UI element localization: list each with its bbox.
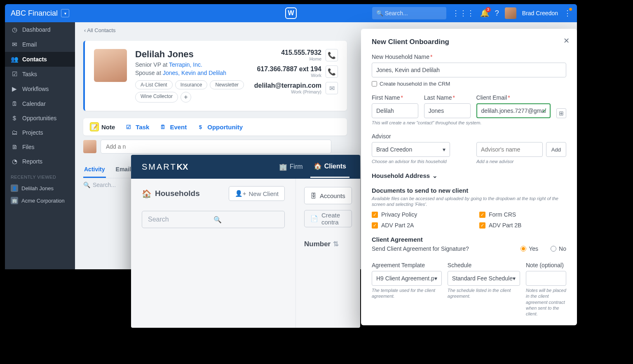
doc-form-crs[interactable]: ✓Form CRS (479, 211, 566, 218)
email-input[interactable] (476, 103, 551, 118)
company-link[interactable]: Terrapin, Inc. (169, 61, 202, 68)
speedometer-icon: ◷ (11, 26, 18, 33)
number-column[interactable]: Number⇅ (304, 240, 352, 248)
company-dropdown[interactable]: ▾ (61, 9, 69, 17)
contact-hint: This will create a new "contact" through… (372, 120, 566, 126)
help-icon[interactable]: ? (495, 9, 499, 18)
tag[interactable]: Insurance (175, 80, 208, 89)
note-input[interactable] (526, 271, 566, 286)
home-icon: 🏠 (142, 189, 152, 198)
kx-nav-clients[interactable]: 🏠Clients (310, 156, 349, 178)
household-search[interactable]: Search🔍 (142, 211, 285, 228)
contact-avatar (94, 49, 127, 82)
first-name-input[interactable] (372, 103, 418, 118)
sidebar-item-email[interactable]: ✉Email (5, 37, 75, 52)
sidebar-label: Dashboard (22, 26, 51, 33)
add-advisor-button[interactable]: Add (546, 142, 566, 157)
home-icon: 🏠 (314, 162, 322, 170)
email-button[interactable]: ✉ (326, 82, 338, 94)
sidebar-item-workflows[interactable]: ▶Workflows (5, 82, 75, 96)
action-task[interactable]: ☑Task (124, 122, 149, 131)
schedule-label: Schedule (448, 262, 520, 268)
apps-icon[interactable]: ⋮⋮⋮ (452, 9, 474, 18)
accounts-dropdown[interactable]: 🗄Accounts (304, 187, 352, 204)
pie-icon: ◔ (11, 158, 18, 165)
briefcase-icon: 🗂 (11, 129, 18, 136)
sidebar-item-projects[interactable]: 🗂Projects (5, 125, 75, 140)
radio-no[interactable]: No (551, 245, 566, 252)
check-icon: ✓ (542, 107, 547, 114)
sidebar-item-tasks[interactable]: ☑Tasks (5, 67, 75, 82)
documents-hint: Available files can be accessed and uplo… (372, 196, 566, 208)
create-contract-button[interactable]: 📄Create contra (304, 210, 352, 227)
recent-item[interactable]: 👤Delilah Jones (5, 182, 75, 194)
sidebar-item-contacts[interactable]: 👥Contacts (5, 52, 75, 67)
last-name-input[interactable] (424, 103, 471, 118)
tab-email[interactable]: Email (115, 163, 132, 178)
household-link[interactable]: Jones, Kevin and Delilah (163, 70, 226, 76)
template-label: Agreement Template (372, 262, 442, 268)
address-section[interactable]: Household Address⌄ (372, 172, 566, 180)
sidebar-item-files[interactable]: 🗎Files (5, 140, 75, 154)
note-icon: 📝 (90, 122, 99, 131)
sidebar-label: Contacts (22, 56, 47, 63)
envelope-icon: ✉ (11, 41, 18, 48)
last-name-label: Last Name (424, 94, 471, 101)
sidebar-item-calendar[interactable]: 🗓Calendar (5, 96, 75, 111)
user-avatar[interactable] (505, 7, 516, 19)
doc-adv-2b[interactable]: ✓ADV Part 2B (479, 222, 566, 229)
action-bar: 📝Note ☑Task 🗓Event $Opportunity (83, 118, 347, 135)
tag[interactable]: Wine Collector (135, 92, 178, 103)
email: delilah@terrapin.com (254, 82, 321, 89)
kx-nav-firm[interactable]: 🏢Firm (276, 156, 306, 178)
add-note-input[interactable] (101, 140, 331, 154)
checked-icon: ✓ (372, 212, 378, 218)
smartkx-window: SMARTKX 🏢Firm 🏠Clients 🏠Households 👤+New… (131, 155, 360, 328)
add-client-button[interactable]: ⊞ (556, 108, 566, 118)
agreement-question: Send Client Agreement for Signature? (372, 245, 469, 252)
advisor-dropdown[interactable]: Brad Creedon▾ (372, 142, 450, 157)
chevron-down-icon: ⌄ (432, 172, 438, 180)
client-agreement-section: Client Agreement (372, 236, 566, 243)
sidebar-item-reports[interactable]: ◔Reports (5, 154, 75, 169)
building-icon: 🏢 (11, 197, 18, 204)
action-note[interactable]: 📝Note (90, 122, 115, 131)
company-name: ABC Financial (11, 9, 58, 18)
call-button[interactable]: 📞 (326, 49, 338, 61)
action-event[interactable]: 🗓Event (158, 122, 187, 131)
template-dropdown[interactable]: H9 Client Agreement.p▾ (372, 271, 442, 286)
modal-title: New Client Onboarding (372, 38, 566, 46)
tab-activity[interactable]: Activity (83, 163, 106, 178)
household-name-input[interactable] (372, 63, 566, 77)
search-icon: 🔍 (376, 10, 383, 16)
contact-card: Delilah Jones Senior VP at Terrapin, Inc… (83, 41, 347, 111)
call-button[interactable]: 📞 (326, 65, 338, 78)
create-crm-checkbox[interactable]: Create household in the CRM (372, 81, 566, 87)
sidebar: ◷Dashboard ✉Email 👥Contacts ☑Tasks ▶Work… (5, 22, 75, 269)
bell-icon[interactable]: 🔔3 (480, 9, 489, 18)
add-tag-button[interactable]: + (181, 92, 191, 103)
radio-yes[interactable]: Yes (520, 245, 538, 252)
advisor-name-input[interactable] (476, 142, 543, 157)
advisor-label: Advisor (372, 133, 450, 140)
checked-icon: ✓ (372, 222, 378, 229)
schedule-dropdown[interactable]: Standard Fee Schedule▾ (448, 271, 520, 286)
close-button[interactable]: ✕ (563, 36, 570, 45)
global-search[interactable]: 🔍 Search... (372, 7, 446, 19)
contact-spouse: Spouse at Jones, Kevin and Delilah (135, 70, 254, 76)
action-opportunity[interactable]: $Opportunity (196, 122, 243, 131)
sidebar-item-opportunities[interactable]: $Opportunities (5, 111, 75, 125)
calendar-icon: 🗓 (11, 100, 18, 107)
tag[interactable]: A-List Client (135, 80, 173, 89)
advisor-hint: Choose an advisor for this household (372, 159, 450, 164)
new-client-button[interactable]: 👤+New Client (229, 186, 285, 201)
doc-adv-2a[interactable]: ✓ADV Part 2A (372, 222, 459, 229)
search-placeholder: Search... (385, 10, 408, 16)
sidebar-item-dashboard[interactable]: ◷Dashboard (5, 22, 75, 37)
sidebar-label: Files (22, 144, 35, 150)
recent-item[interactable]: 🏢Acme Corporation (5, 194, 75, 207)
tag[interactable]: Newsletter (210, 80, 244, 89)
check-icon: ☑ (11, 70, 18, 78)
kebab-icon[interactable]: ⋮ (564, 9, 571, 18)
doc-privacy-policy[interactable]: ✓Privacy Policy (372, 211, 459, 218)
